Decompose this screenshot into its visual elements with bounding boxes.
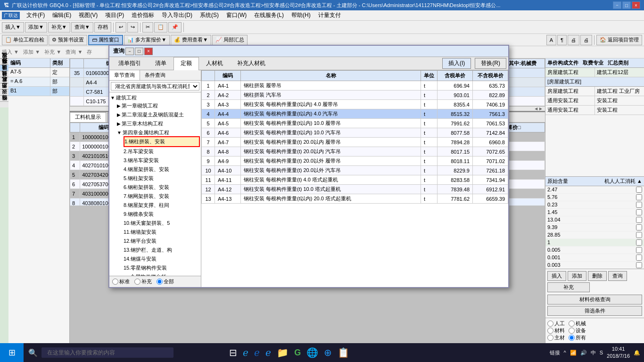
local-summary-button[interactable]: 📈 局部汇总 (212, 35, 248, 45)
return-project-button[interactable]: 🏠 返回项目管理 (596, 35, 642, 45)
tree-item-ch4-12[interactable]: 12.钢平台安装 (124, 237, 200, 246)
result-table-row[interactable]: 2A4-2钢柱拼装 汽车吊t903.01822.89 (202, 90, 508, 100)
radio-labor-input[interactable] (547, 321, 553, 327)
radio-machine[interactable]: 机械 (569, 320, 586, 327)
tab-materials[interactable]: 人材机汇总 (0, 83, 8, 89)
multi-plan-button[interactable]: 📊 多方案报价▼ (124, 35, 170, 45)
radio-main-material-input[interactable] (547, 335, 553, 341)
left-panel-row-2[interactable]: = A.6 部 (8, 77, 69, 87)
copy-button[interactable]: 📋 (154, 22, 167, 33)
right-insert-button[interactable]: 插入 (547, 271, 566, 281)
filter-standard[interactable]: 标准 (112, 278, 130, 285)
taskbar-edge-icon[interactable]: ℯ (243, 347, 248, 358)
tray-network-icon[interactable]: 📶 (570, 350, 577, 356)
rv-check-8[interactable] (636, 239, 642, 246)
tree-item-construction[interactable]: ▼ 建筑工程 ▶ 第一章砌筑工程 (110, 93, 200, 276)
tree-item-ch4-11[interactable]: 11.钢墙架安装 (124, 228, 200, 237)
filter-supplement-radio[interactable] (134, 279, 140, 285)
dialog-close-button[interactable]: × (144, 48, 153, 55)
menu-window[interactable]: 窗口(W) (223, 10, 250, 20)
replace-quota-button[interactable]: 替换(R) (475, 58, 506, 69)
taskbar-app1-icon[interactable]: ⊕ (324, 347, 332, 358)
maximize-button[interactable]: □ (622, 1, 631, 9)
insert-button[interactable]: 插入▼ (2, 22, 24, 33)
paste-button[interactable]: 📌 (168, 22, 182, 33)
tab-project-overview[interactable]: 工程概况 (0, 58, 8, 65)
tree-item-ch4-3[interactable]: 3.钢吊车梁安装 (124, 156, 200, 165)
unit-check-button[interactable]: 📋 单位工程自检 (2, 35, 48, 45)
spec-select[interactable]: 湖北省房屋建筑与装饰工程消耗量定额 (111, 82, 199, 90)
taskbar-search-input[interactable] (41, 347, 173, 358)
radio-main-material[interactable]: 主材 (547, 334, 565, 341)
result-table-row[interactable]: 5A4-5钢柱安装 每根构件重量(t以内) 10.0 履带吊t7991.6270… (202, 119, 508, 128)
tray-ime2-icon[interactable]: S (600, 350, 603, 355)
tree-item-ch4-15[interactable]: 15.零星钢构件安装 (124, 263, 200, 272)
taskbar-folder-icon[interactable]: 📁 (277, 347, 289, 358)
result-table-row[interactable]: 4A4-4钢柱安装 每根构件重量(t以内) 4.0 汽车吊t8515.32756… (202, 109, 508, 119)
menu-edit[interactable]: 编辑(E) (49, 10, 75, 20)
start-button[interactable]: ⊞ (0, 343, 24, 362)
tab-materials-display[interactable]: 工料机显示 (70, 112, 106, 122)
taskbar-task-view-icon[interactable]: ⊟ (229, 347, 237, 358)
tree-item-ch4-14[interactable]: 14.钢煤斗安装 (124, 255, 200, 263)
radio-machine-input[interactable] (569, 321, 575, 327)
rv-check-9[interactable] (636, 247, 642, 253)
tray-volume-icon[interactable]: 🔊 (580, 350, 587, 356)
result-table-row[interactable]: 13A4-13钢柱安装 每根构件重量(t以内) 20.0 塔式起重机t7781.… (202, 194, 508, 204)
right-add-button[interactable]: 添加 (568, 271, 586, 281)
fee-view-button[interactable]: 💰 费用查看▼ (171, 35, 211, 45)
menu-project[interactable]: 项目(P) (101, 10, 128, 20)
query-button[interactable]: 查询▼ (71, 22, 93, 33)
tree-item-ch4-4[interactable]: 4.钢屋架拼装、安装 (124, 165, 200, 174)
minimize-button[interactable]: － (613, 1, 621, 9)
result-table-row[interactable]: 1A4-1钢柱拼装 履带吊t696.94635.73 (202, 81, 508, 90)
dialog-tab-quota[interactable]: 定额 (173, 57, 199, 70)
filter-all-radio[interactable] (157, 279, 163, 285)
taskbar-app2-icon[interactable]: 📋 (338, 347, 349, 358)
format-button-b[interactable]: ¶ (557, 35, 567, 45)
print-button[interactable]: 🖨 (580, 35, 592, 45)
dialog-minimize-button[interactable]: － (125, 48, 134, 55)
tree-item-ch4-2[interactable]: 2.吊车梁安装 (124, 147, 200, 156)
dialog-tab-supplement-materials[interactable]: 补充人材机 (230, 57, 272, 70)
condition-search-tab[interactable]: 条件查询 (140, 70, 170, 80)
tab-index[interactable]: 指标合性 (0, 101, 8, 107)
cut-button[interactable]: ✂ (142, 22, 153, 33)
tree-item-ch4-6[interactable]: 6.钢桁架拼装、安装 (124, 183, 200, 192)
format-button-a[interactable]: A (546, 35, 556, 45)
filter-supplement[interactable]: 补充 (134, 278, 152, 285)
rv-check-5[interactable] (636, 217, 642, 223)
taskbar-g-icon[interactable]: G (294, 348, 301, 358)
radio-all-input[interactable] (569, 335, 575, 341)
taskbar-clock[interactable]: 10:41 2018/7/16 (607, 346, 630, 360)
result-table-row[interactable]: 12A4-12钢柱安装 每根构件重量(t) 10.0 塔式起重机t7839.48… (202, 185, 508, 194)
taskbar-globe-icon[interactable]: 🌐 (306, 347, 318, 358)
rv-check-2[interactable] (636, 194, 642, 200)
tree-item-ch4-8[interactable]: 8.钢屋架支撑、柱间 (124, 201, 200, 210)
budget-settings-button[interactable]: ⚙ 预算书设置 (49, 35, 87, 45)
undo-button[interactable]: ↩ (116, 22, 126, 33)
tree-item-ch2[interactable]: ▶ 第二章混凝土及钢筋混凝土 (117, 110, 200, 119)
redo-button[interactable]: ↪ (127, 22, 138, 33)
result-table-row[interactable]: 8A4-8钢柱安装 每根构件重量(t) 20.0以内 汽车吊t8017.1570… (202, 147, 508, 156)
taskbar-ie2-icon[interactable]: ℯ (265, 347, 271, 358)
add-button[interactable]: 添加▼ (25, 22, 47, 33)
tray-ime-icon[interactable]: 中 (591, 349, 596, 356)
radio-material-input[interactable] (547, 328, 553, 334)
tree-item-ch3[interactable]: ▶ 第三章木结构工程 (117, 119, 200, 128)
save-button[interactable]: 存档 (94, 22, 111, 33)
radio-all[interactable]: 所有 (569, 334, 586, 341)
tree-item-ch4-5[interactable]: 5.钢柱架安装 (124, 174, 200, 183)
rv-check-7[interactable] (636, 232, 642, 238)
dialog-maximize-button[interactable]: □ (135, 48, 143, 55)
filter-standard-radio[interactable] (112, 279, 118, 285)
tree-item-ch4-7[interactable]: 7.钢网架拼装、安装 (124, 192, 200, 201)
tab-measures[interactable]: 措施项目 (0, 71, 8, 77)
tree-item-ch4-16[interactable]: —.金属构件拼台括... (124, 272, 200, 276)
menu-price-index[interactable]: 造价指标 (128, 10, 158, 20)
tree-item-ch4-10[interactable]: 10.钢天窗架拼装、5 (124, 219, 200, 228)
right-query-button[interactable]: 查询 (608, 271, 627, 281)
menu-view[interactable]: 视图(V) (75, 10, 101, 20)
tree-item-ch4-1[interactable]: 1.钢柱拼装、安装 (124, 136, 200, 147)
menu-file[interactable]: 文件(F) (23, 10, 49, 20)
